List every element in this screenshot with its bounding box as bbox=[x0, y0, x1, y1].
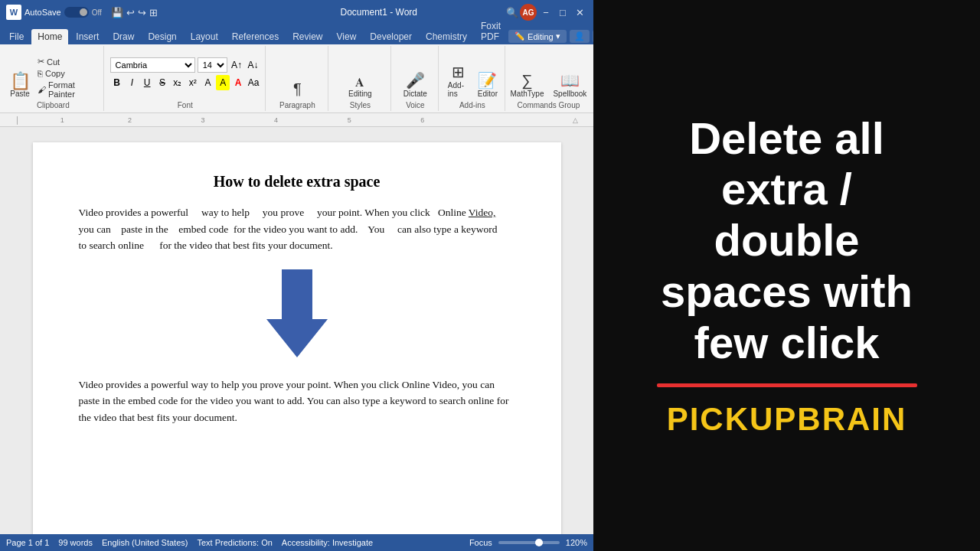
clipboard-small-buttons: ✂ Cut ⎘ Copy 🖌 Format Painter bbox=[35, 56, 99, 99]
document-area[interactable]: How to delete extra space Video provides… bbox=[0, 127, 593, 534]
underline-button[interactable]: U bbox=[140, 75, 154, 90]
arrow-container bbox=[79, 269, 515, 361]
styles-button[interactable]: 𝐀 Editing bbox=[345, 74, 375, 99]
tutorial-heading: Delete all extra / double spaces with fe… bbox=[661, 113, 913, 368]
zoom-knob bbox=[535, 539, 543, 546]
clipboard-label: Clipboard bbox=[37, 101, 70, 109]
minimize-button[interactable]: − bbox=[538, 7, 554, 18]
document-page: How to delete extra space Video provides… bbox=[33, 142, 561, 534]
addins-group: ⊞ Add-ins 📝 Editor Add-ins bbox=[440, 46, 505, 111]
accessibility[interactable]: Accessibility: Investigate bbox=[282, 538, 373, 547]
paragraph-group: ¶ Paragraph bbox=[267, 46, 328, 111]
tab-design[interactable]: Design bbox=[142, 29, 182, 44]
status-bar-right: Focus 120% bbox=[469, 538, 587, 547]
font-controls: Cambria 14 A↑ A↓ B I U S x₂ x² A A bbox=[110, 47, 260, 99]
close-button[interactable]: ✕ bbox=[572, 7, 587, 18]
paste-button[interactable]: 📋 Paste bbox=[8, 71, 32, 99]
autosave-knob bbox=[80, 8, 87, 16]
bold-button[interactable]: B bbox=[110, 75, 124, 90]
word-app: W AutoSave Off 💾 ↩ ↪ ⊞ Document1 - Word … bbox=[0, 0, 593, 551]
spellbook-icon: 📖 bbox=[560, 71, 580, 90]
title-bar-right: 🔍 AG − □ ✕ bbox=[506, 4, 587, 21]
save-icon[interactable]: 💾 bbox=[111, 7, 123, 18]
zoom-slider[interactable] bbox=[498, 541, 560, 544]
voice-label: Voice bbox=[406, 101, 424, 109]
tab-developer[interactable]: Developer bbox=[364, 29, 418, 44]
change-case-button[interactable]: Aa bbox=[247, 75, 260, 90]
italic-button[interactable]: I bbox=[125, 75, 139, 90]
redo-icon[interactable]: ↪ bbox=[138, 7, 146, 18]
maximize-button[interactable]: □ bbox=[555, 7, 570, 18]
ribbon-tabs: File Home Insert Draw Design Layout Refe… bbox=[0, 24, 593, 44]
tab-home[interactable]: Home bbox=[31, 29, 68, 44]
copy-button[interactable]: ⎘ Copy bbox=[35, 68, 99, 79]
ruler-inner: │ 1 2 3 4 5 6 △ bbox=[15, 113, 578, 126]
undo-icon[interactable]: ↩ bbox=[126, 7, 135, 18]
font-size-select[interactable]: 14 bbox=[198, 57, 227, 73]
tab-insert[interactable]: Insert bbox=[70, 29, 105, 44]
word-count: 99 words bbox=[58, 538, 93, 547]
font-format-row: B I U S x₂ x² A A A Aa bbox=[110, 75, 260, 90]
paragraph-after: Video provides a powerful way to help yo… bbox=[79, 377, 515, 426]
shrink-font-button[interactable]: A↓ bbox=[246, 57, 260, 73]
tab-review[interactable]: Review bbox=[286, 29, 328, 44]
dictate-button[interactable]: 🎤 Dictate bbox=[400, 70, 430, 99]
strikethrough-button[interactable]: S bbox=[155, 75, 169, 90]
tab-chemistry[interactable]: Chemistry bbox=[420, 29, 473, 44]
styles-group: 𝐀 Editing Styles bbox=[330, 46, 391, 111]
zoom-level: 120% bbox=[566, 538, 587, 547]
clipboard-group: 📋 Paste ✂ Cut ⎘ Copy 🖌 Format Painter Cl… bbox=[3, 46, 104, 111]
paragraph-label: Paragraph bbox=[279, 101, 315, 109]
tab-foxit[interactable]: Foxit PDF bbox=[475, 18, 507, 44]
font-family-select[interactable]: Cambria bbox=[110, 57, 195, 73]
online-video-link[interactable]: Video, bbox=[469, 207, 496, 218]
subscript-button[interactable]: x₂ bbox=[171, 75, 185, 90]
editor-button[interactable]: 📝 Editor bbox=[475, 70, 500, 99]
paragraph-button[interactable]: ¶ bbox=[285, 79, 309, 99]
tab-layout[interactable]: Layout bbox=[185, 29, 224, 44]
cut-button[interactable]: ✂ Cut bbox=[35, 56, 99, 67]
superscript-button[interactable]: x² bbox=[186, 75, 200, 90]
status-bar: Page 1 of 1 99 words English (United Sta… bbox=[0, 534, 593, 551]
ribbon-body: 📋 Paste ✂ Cut ⎘ Copy 🖌 Format Painter Cl… bbox=[0, 44, 593, 113]
commands-group: ∑ MathType 📖 Spellbook Commands Group bbox=[507, 46, 590, 111]
commands-buttons: ∑ MathType 📖 Spellbook bbox=[508, 47, 590, 99]
clipboard-buttons: 📋 Paste ✂ Cut ⎘ Copy 🖌 Format Painter bbox=[8, 47, 99, 99]
styles-icon: 𝐀 bbox=[355, 76, 364, 90]
voice-group: 🎤 Dictate Voice bbox=[393, 46, 439, 111]
user-avatar[interactable]: AG bbox=[520, 4, 537, 21]
document-body: Video provides a powerful way to help yo… bbox=[79, 204, 515, 426]
clear-format-button[interactable]: A bbox=[201, 75, 215, 90]
filter-icon[interactable]: ⊞ bbox=[149, 7, 158, 18]
font-label: Font bbox=[178, 101, 193, 109]
document-title: How to delete extra space bbox=[79, 173, 515, 191]
focus-label[interactable]: Focus bbox=[469, 538, 492, 547]
paste-icon: 📋 bbox=[10, 73, 31, 90]
down-arrow-icon bbox=[266, 269, 328, 361]
text-predictions: Text Predictions: On bbox=[197, 538, 272, 547]
paragraph-icon: ¶ bbox=[293, 80, 302, 98]
search-icon[interactable]: 🔍 bbox=[506, 7, 518, 18]
editing-button[interactable]: ✏️ Editing ▾ bbox=[508, 30, 567, 43]
format-painter-button[interactable]: 🖌 Format Painter bbox=[35, 80, 99, 99]
highlight-button[interactable]: A bbox=[216, 75, 230, 90]
brand-name: PICKUPBRAIN bbox=[667, 401, 907, 438]
tab-references[interactable]: References bbox=[226, 29, 285, 44]
grow-font-button[interactable]: A↑ bbox=[230, 57, 244, 73]
tutorial-panel: Delete all extra / double spaces with fe… bbox=[593, 0, 980, 551]
spellbook-button[interactable]: 📖 Spellbook bbox=[550, 70, 590, 99]
svg-marker-0 bbox=[266, 269, 328, 357]
tab-view[interactable]: View bbox=[331, 29, 363, 44]
dictate-icon: 🎤 bbox=[406, 71, 425, 90]
tab-file[interactable]: File bbox=[3, 29, 30, 44]
font-group: Cambria 14 A↑ A↓ B I U S x₂ x² A A bbox=[106, 46, 266, 111]
autosave-label: AutoSave bbox=[24, 8, 61, 17]
styles-label: Styles bbox=[350, 101, 371, 109]
font-color-button[interactable]: A bbox=[231, 75, 245, 90]
autosave-toggle[interactable] bbox=[64, 7, 89, 18]
share-button[interactable]: 👤 bbox=[570, 30, 590, 43]
decorative-red-line bbox=[657, 383, 917, 387]
addins-button[interactable]: ⊞ Add-ins bbox=[445, 61, 472, 99]
tab-draw[interactable]: Draw bbox=[106, 29, 140, 44]
mathtype-button[interactable]: ∑ MathType bbox=[508, 70, 547, 99]
